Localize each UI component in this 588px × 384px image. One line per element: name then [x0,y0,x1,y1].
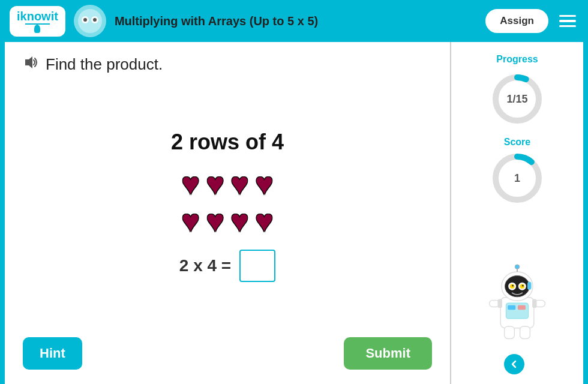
menu-button[interactable] [557,13,578,30]
mascot-icon [77,8,103,34]
question-header: Find the product. [23,54,432,74]
logo-bulb [34,25,40,33]
question-text: Find the product. [46,55,163,74]
svg-rect-26 [498,299,502,308]
heart-4: ♥ [255,168,274,199]
svg-marker-5 [25,56,32,68]
svg-rect-28 [505,326,515,338]
hint-button[interactable]: Hint [23,337,82,370]
bottom-bar: Hint Submit [23,331,432,372]
svg-point-20 [512,285,514,287]
progress-value: 1/15 [506,93,527,106]
svg-point-0 [77,8,103,34]
svg-point-23 [515,265,519,269]
assign-button[interactable]: Assign [485,9,548,33]
svg-point-21 [522,285,524,287]
logo: iknowit [10,6,65,37]
score-section: Score 1 [490,137,544,205]
menu-line-3 [559,25,576,28]
menu-line-2 [559,20,576,22]
left-panel: Find the product. 2 rows of 4 ♥ ♥ ♥ ♥ ♥ … [5,42,451,384]
back-icon [508,358,520,370]
progress-ring: 1/15 [490,72,544,126]
equation-text: 2 x 4 = [179,256,231,275]
svg-rect-13 [518,305,526,310]
heart-7: ♥ [230,205,249,236]
equation-row: 2 x 4 = [179,250,275,282]
svg-rect-27 [532,299,536,308]
heart-8: ♥ [255,205,274,236]
mascot-circle [74,5,106,37]
menu-line-1 [559,15,576,17]
sound-icon[interactable] [23,54,40,74]
robot-area [484,211,550,348]
svg-rect-30 [528,282,532,290]
rows-label: 2 rows of 4 [171,130,284,155]
svg-point-4 [93,18,97,22]
progress-label: Progress [496,54,538,65]
back-btn-area [504,354,530,378]
score-value: 1 [514,172,520,185]
svg-rect-12 [508,305,515,310]
submit-button[interactable]: Submit [344,337,432,370]
svg-point-3 [83,18,87,22]
header: iknowit Multiplying with Arrays (Up to 5… [0,0,588,42]
heart-2: ♥ [206,168,224,199]
svg-rect-29 [520,326,530,338]
back-button[interactable] [504,354,524,374]
svg-point-31 [509,359,520,370]
answer-input[interactable] [239,250,275,282]
score-label: Score [504,137,530,148]
heart-1: ♥ [181,168,200,199]
page-title: Multiplying with Arrays (Up to 5 x 5) [115,14,477,28]
heart-5: ♥ [181,205,200,236]
problem-area: 2 rows of 4 ♥ ♥ ♥ ♥ ♥ ♥ ♥ ♥ 2 x 4 = [23,80,432,331]
heart-3: ♥ [230,168,249,199]
heart-6: ♥ [206,205,224,236]
hearts-grid: ♥ ♥ ♥ ♥ ♥ ♥ ♥ ♥ [181,168,274,236]
right-panel: Progress 1/15 Score 1 [451,42,583,384]
score-ring: 1 [490,151,544,205]
robot-mascot [484,264,550,342]
main-area: Find the product. 2 rows of 4 ♥ ♥ ♥ ♥ ♥ … [5,42,583,384]
logo-text: iknowit [17,10,58,23]
